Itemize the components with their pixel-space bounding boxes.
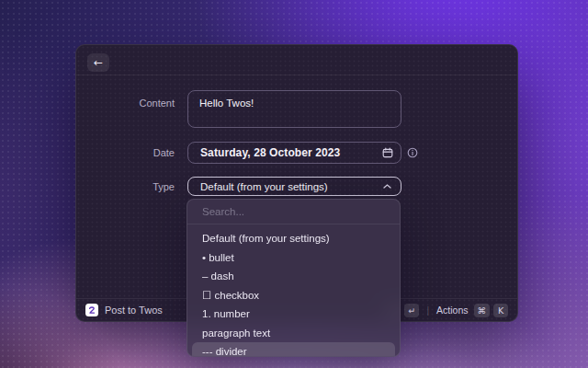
shortcut-separator: | (426, 305, 429, 316)
dropdown-option-number[interactable]: 1. number (187, 305, 400, 324)
dropdown-option-paragraph[interactable]: paragraph text (187, 324, 400, 343)
date-value: Saturday, 28 October 2023 (200, 146, 340, 159)
cmd-key-badge-2: ⌘ (474, 304, 491, 317)
dropdown-options-list: Default (from your settings) • bullet – … (187, 224, 400, 357)
type-dropdown-panel: Default (from your settings) • bullet – … (187, 199, 401, 357)
shortcut-hints: ⌘ ↵ | Actions ⌘ K (385, 304, 508, 317)
enter-key-badge: ↵ (404, 304, 419, 317)
type-select[interactable]: Default (from your settings) (187, 177, 401, 196)
post-to-twos-label: Post to Twos (105, 305, 163, 316)
calendar-icon[interactable] (382, 147, 393, 158)
dropdown-option-default[interactable]: Default (from your settings) (187, 229, 400, 248)
dropdown-search (187, 200, 400, 224)
content-label: Content (76, 97, 175, 109)
type-label: Type (76, 180, 175, 193)
dropdown-option-divider[interactable]: --- divider (192, 342, 395, 357)
dropdown-option-dash[interactable]: – dash (187, 267, 400, 286)
twos-logo-icon (85, 304, 98, 316)
content-input[interactable]: Hello Twos! (187, 90, 401, 128)
post-to-twos-button[interactable]: Post to Twos (85, 304, 163, 316)
desktop-background: ← Content Hello Twos! Date Saturday, 28 … (0, 0, 588, 368)
date-input[interactable]: Saturday, 28 October 2023 (187, 142, 401, 164)
chevron-up-icon (383, 184, 391, 189)
dropdown-option-bullet[interactable]: • bullet (187, 248, 400, 268)
date-label: Date (76, 146, 175, 159)
dropdown-option-checkbox[interactable]: ☐ checkbox (187, 286, 400, 305)
k-key-badge: K (493, 304, 508, 317)
info-icon[interactable] (407, 147, 418, 158)
dropdown-search-input[interactable] (187, 200, 400, 224)
actions-label: Actions (436, 305, 468, 316)
type-selected-value: Default (from your settings) (200, 181, 328, 192)
